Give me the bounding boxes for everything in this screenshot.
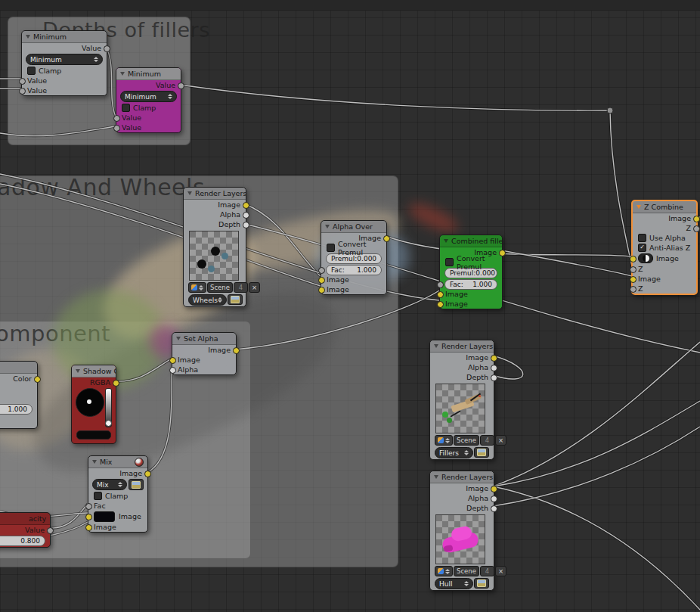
unlink-button[interactable]: × (495, 566, 506, 576)
z-input-socket-1[interactable] (630, 266, 637, 273)
image-output-socket[interactable] (144, 471, 151, 477)
image-output-socket[interactable] (693, 216, 700, 222)
render-layer-dropdown[interactable]: Fillers (435, 447, 473, 458)
value-input-socket-2[interactable] (19, 88, 26, 95)
value-input-socket-1[interactable] (19, 78, 26, 85)
use-alpha-checkbox[interactable] (638, 234, 646, 242)
collapse-triangle-icon[interactable] (92, 460, 97, 464)
node-opacity-value[interactable]: acity Value 0.800 (0, 512, 51, 548)
color-wheel[interactable] (76, 388, 104, 417)
unlink-button[interactable]: × (249, 282, 260, 293)
node-header[interactable]: Alpha Over (321, 221, 386, 233)
image-input-socket[interactable] (169, 357, 176, 364)
clamp-checkbox[interactable] (122, 104, 130, 112)
node-header[interactable]: Minimum (116, 68, 181, 80)
node-render-layers-hull[interactable]: Render Layers Image Alpha Depth Scene 4 … (429, 471, 494, 591)
blend-mode-dropdown[interactable]: Mix (92, 479, 127, 490)
node-minimum-1[interactable]: Minimum Value Minimum Clamp Value Value (21, 30, 107, 96)
node-header[interactable] (0, 362, 37, 374)
node-render-layers-wheels[interactable]: Render Layers Image Alpha Depth Scene 4 … (183, 187, 246, 307)
render-layer-button[interactable] (474, 447, 489, 458)
depth-output-socket[interactable] (491, 374, 497, 381)
z-input-socket-2[interactable] (630, 286, 637, 293)
scene-browse-button[interactable] (435, 566, 453, 576)
convert-premul-checkbox[interactable] (445, 258, 454, 266)
image-input-socket-2[interactable] (437, 301, 444, 308)
node-header[interactable]: Set Alpha (172, 333, 236, 345)
collapse-triangle-icon[interactable] (434, 475, 438, 479)
blend-icon-button[interactable] (129, 479, 144, 490)
image-output-socket[interactable] (491, 355, 497, 362)
image-input-socket-1[interactable] (437, 291, 444, 298)
scene-name-field[interactable]: Scene (207, 282, 233, 293)
value-input-socket-2[interactable] (113, 125, 120, 132)
scene-user-count[interactable]: 4 (480, 435, 494, 446)
operation-dropdown[interactable]: Minimum (120, 91, 177, 102)
node-header[interactable]: Shadow C... (72, 365, 116, 377)
z-output-socket[interactable] (693, 225, 700, 232)
clamp-checkbox[interactable] (94, 492, 102, 500)
fac-input-socket[interactable] (85, 503, 92, 510)
image-input-socket-1[interactable] (630, 256, 637, 263)
scene-user-count[interactable]: 4 (234, 282, 248, 293)
value-field[interactable]: 0.800 (0, 536, 45, 546)
value-slider[interactable] (105, 388, 112, 427)
collapse-triangle-icon[interactable] (76, 369, 80, 373)
node-editor-canvas[interactable]: Depths of fillers adow And Wheels ompone… (0, 0, 700, 612)
collapse-triangle-icon[interactable] (444, 239, 448, 243)
fac-input-socket[interactable] (437, 281, 444, 288)
value-input-socket-1[interactable] (113, 115, 120, 122)
node-header[interactable]: Render Layers (184, 188, 246, 200)
node-shadow-color[interactable]: Shadow C... RGBA (71, 365, 116, 444)
unlink-button[interactable]: × (495, 435, 506, 446)
color-output-socket[interactable] (34, 376, 41, 383)
fac-field[interactable]: Fac:1.000 (444, 279, 497, 290)
convert-premul-checkbox[interactable] (327, 244, 335, 252)
render-layer-dropdown[interactable]: Hull (435, 578, 473, 589)
scene-browse-button[interactable] (435, 435, 453, 446)
scene-name-field[interactable]: Scene (454, 566, 479, 576)
image-swatch[interactable] (638, 253, 653, 263)
anti-alias-z-checkbox[interactable]: ✓ (638, 244, 646, 252)
image-input-socket-2[interactable] (85, 524, 92, 531)
depth-output-socket[interactable] (491, 505, 497, 512)
render-layer-button[interactable] (228, 294, 243, 305)
image-input-socket-2[interactable] (318, 287, 325, 294)
operation-dropdown[interactable]: Minimum (26, 54, 103, 65)
fac-input-socket[interactable] (318, 267, 325, 274)
node-render-layers-fillers[interactable]: Render Layers Image Alpha Depth Scene 4 … (429, 340, 494, 460)
image-output-socket[interactable] (499, 250, 506, 256)
collapse-triangle-icon[interactable] (26, 35, 30, 39)
value-slider-handle[interactable] (105, 420, 112, 427)
scene-browse-button[interactable] (188, 282, 206, 293)
node-z-combine[interactable]: Z Combine Image Z Use Alpha ✓Anti-Alias … (631, 200, 698, 295)
node-header[interactable]: Minimum (22, 31, 107, 43)
collapse-triangle-icon[interactable] (434, 344, 438, 348)
image-input-socket-1[interactable] (85, 514, 92, 520)
node-header[interactable]: Render Layers (430, 471, 494, 483)
alpha-output-socket[interactable] (491, 496, 497, 502)
image-input-socket-1[interactable] (318, 277, 325, 284)
collapse-triangle-icon[interactable] (325, 225, 330, 228)
value-output-socket[interactable] (178, 82, 184, 89)
alpha-output-socket[interactable] (491, 365, 497, 371)
rgba-output-socket[interactable] (113, 380, 119, 387)
node-header[interactable]: acity (0, 513, 50, 525)
fac-field[interactable]: Fac:1.000 (326, 265, 382, 275)
alpha-input-socket[interactable] (169, 367, 176, 374)
image-output-socket[interactable] (243, 202, 249, 209)
reroute-node[interactable] (607, 107, 613, 113)
render-layer-button[interactable] (474, 578, 489, 589)
collapse-triangle-icon[interactable] (187, 191, 192, 195)
premul-field[interactable]: Premul:0.000 (326, 253, 382, 264)
node-minimum-2[interactable]: Minimum Value Minimum Clamp Value Value (116, 67, 181, 133)
image-output-socket[interactable] (233, 347, 240, 354)
color-swatch[interactable] (94, 511, 115, 522)
image-output-socket[interactable] (383, 235, 390, 242)
render-layer-dropdown[interactable]: Wheels (188, 294, 227, 306)
node-header[interactable]: Z Combine (633, 201, 696, 213)
node-header[interactable]: Mix (88, 456, 147, 468)
scene-name-field[interactable]: Scene (454, 435, 479, 446)
depth-output-socket[interactable] (243, 222, 249, 228)
node-header[interactable]: Render Layers (430, 340, 494, 353)
